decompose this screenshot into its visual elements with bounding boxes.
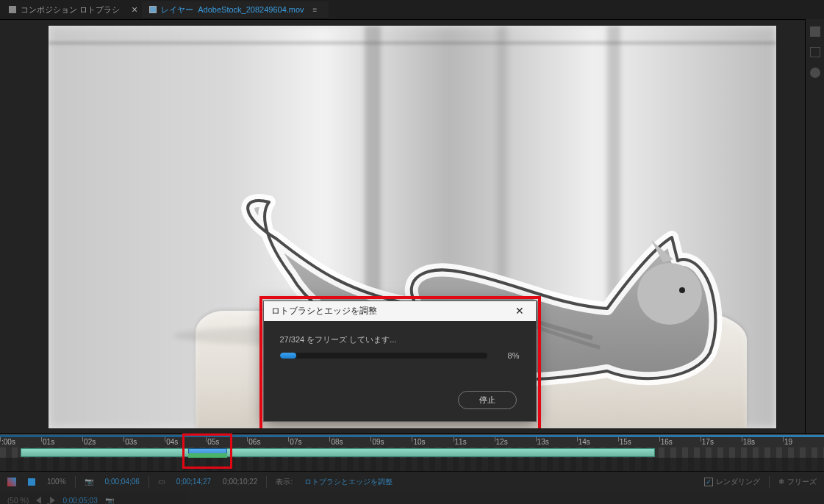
dialog-titlebar[interactable]: ロトブラシとエッジを調整 ✕ (264, 301, 536, 321)
tool-icon[interactable] (810, 26, 820, 37)
nav-arrows[interactable]: ● (36, 497, 55, 504)
dialog-title-text: ロトブラシとエッジを調整 (271, 305, 377, 317)
ruler-tick: 17s (701, 435, 742, 447)
ruler-tick: 15s (618, 435, 659, 447)
timecode-duration[interactable]: 0;00;10;22 (220, 478, 260, 486)
timecode-out[interactable]: 0;00;14;27 (173, 478, 214, 486)
svg-point-0 (637, 263, 702, 325)
ruler-tick: 09s (370, 435, 412, 447)
ruler-tick: 08s (329, 435, 370, 447)
ruler-tick: 19 (783, 435, 824, 447)
roto-span[interactable] (21, 448, 655, 457)
ruler-tick: 05s (206, 435, 247, 447)
ruler-tick: 02s (82, 435, 123, 447)
next-icon[interactable] (50, 497, 55, 504)
ruler-tick: 10s (412, 435, 453, 447)
ruler-tick: 07s (288, 435, 329, 447)
ruler-tick: 06s (247, 435, 288, 447)
roto-span-row[interactable] (0, 447, 824, 458)
right-toolstrip (805, 19, 824, 433)
viewer-zoom[interactable]: (50 %) (7, 497, 29, 505)
dialog-status-text: 27/324 をフリーズ しています... (280, 334, 520, 345)
tab-close[interactable]: × (129, 4, 140, 15)
progress-bar (280, 353, 487, 359)
zoom-level[interactable]: 100% (44, 478, 69, 486)
progress-percent: 8% (498, 351, 520, 360)
tab-composition[interactable]: コンポジション ロトブラシ (1, 1, 127, 18)
svg-point-1 (679, 287, 685, 293)
ruler-tick: 12s (495, 435, 536, 447)
layer-viewport[interactable]: ロトブラシとエッジを調整 ✕ 27/324 をフリーズ しています... 8% … (49, 26, 776, 428)
view-mode-select[interactable]: ロトブラシとエッジを調整 (301, 477, 395, 487)
tab-filename: AdobeStock_208249604.mov (198, 5, 304, 14)
checkbox-icon: ✓ (704, 478, 713, 486)
ruler-tick: 11s (454, 435, 495, 447)
channel-icon[interactable] (25, 478, 38, 486)
layer-icon (149, 6, 157, 13)
ruler-tick: 03s (123, 435, 165, 447)
rendering-label: レンダリング (716, 477, 760, 487)
ruler-tick: :00s (0, 435, 41, 447)
close-icon[interactable]: ✕ (511, 305, 529, 317)
snapshot-icon[interactable]: 📷 (82, 478, 96, 486)
freeze-label: フリーズ (787, 477, 817, 487)
ruler-tick: 01s (41, 435, 82, 447)
roto-freeze-dialog: ロトブラシとエッジを調整 ✕ 27/324 をフリーズ しています... 8% … (263, 300, 537, 422)
view-label: 表示: (273, 477, 295, 487)
timeline-panel: :00s01s02s03s04s05s06s07s08s09s10s11s12s… (0, 433, 824, 471)
tool-icon[interactable] (810, 68, 820, 78)
time-ruler[interactable]: :00s01s02s03s04s05s06s07s08s09s10s11s12s… (0, 434, 824, 447)
track-row[interactable] (0, 458, 824, 471)
ruler-tick: 16s (659, 435, 701, 447)
composition-icon (9, 6, 16, 13)
region-icon[interactable]: ▭ (155, 478, 168, 486)
footer-bar: (50 %) ● 0;00;05;03 📷 (0, 492, 824, 504)
tab-label: コンポジション ロトブラシ (21, 4, 120, 15)
tab-layer[interactable]: レイヤー AdobeStock_208249604.mov ≡ (142, 1, 329, 18)
current-timecode[interactable]: 0;00;05;03 (62, 497, 97, 505)
camera-icon[interactable]: 📷 (105, 497, 114, 505)
progress-fill (280, 353, 297, 359)
view-options-bar: 100% 📷 0;00;04;06 ▭ 0;00;14;27 0;00;10;2… (0, 471, 824, 492)
tab-prefix: レイヤー (161, 4, 193, 15)
ruler-tick: 14s (577, 435, 618, 447)
tool-icon[interactable] (810, 47, 820, 57)
timecode-in[interactable]: 0;00;04;06 (102, 478, 143, 486)
stop-button[interactable]: 停止 (458, 391, 517, 409)
ruler-tick: 04s (165, 435, 206, 447)
rendering-toggle[interactable]: ✓ レンダリング (701, 477, 763, 487)
tab-menu-icon[interactable]: ≡ (309, 6, 322, 14)
ruler-tick: 18s (742, 435, 783, 447)
alpha-toggle-icon[interactable] (4, 478, 19, 486)
snowflake-icon: ❄ (778, 478, 784, 486)
prev-icon[interactable] (36, 497, 41, 504)
freeze-button[interactable]: ❄ フリーズ (775, 477, 820, 487)
ruler-tick: 13s (536, 435, 577, 447)
viewport-panel: ロトブラシとエッジを調整 ✕ 27/324 をフリーズ しています... 8% … (0, 19, 824, 433)
